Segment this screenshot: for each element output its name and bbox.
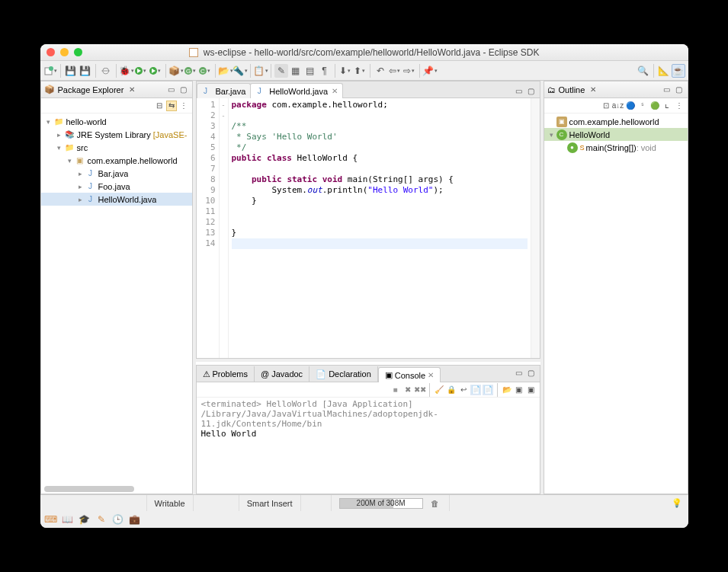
clear-console-button[interactable]: 🧹 — [434, 385, 444, 395]
outline-method[interactable]: ●Smain(String[]) : void — [544, 141, 688, 154]
close-window-button[interactable] — [47, 48, 55, 56]
maximize-bottom-icon[interactable]: ▢ — [526, 367, 537, 378]
overview-ruler[interactable] — [531, 98, 540, 358]
wand-icon[interactable]: ✎ — [95, 513, 107, 526]
tree-file-bar[interactable]: ▸JBar.java — [41, 167, 192, 180]
next-annotation-button[interactable]: ⬇ — [338, 64, 352, 78]
outline-package[interactable]: ▣com.example.helloworld — [544, 115, 688, 128]
open-type-button[interactable]: 📂 — [219, 64, 233, 78]
minimize-bottom-icon[interactable]: ▭ — [514, 367, 524, 378]
code-area[interactable]: package com.example.helloworld;/** * Say… — [229, 98, 531, 358]
outline-tree[interactable]: ▣com.example.helloworld ▾CHelloWorld ●Sm… — [544, 113, 688, 494]
hide-fields-icon[interactable]: 🔵 — [625, 101, 636, 111]
remove-all-launches-button[interactable]: ✖✖ — [415, 385, 425, 395]
word-wrap-button[interactable]: ↩ — [458, 385, 469, 395]
toggle-mark-occurrences-button[interactable]: ✎ — [274, 64, 288, 78]
tree-file-helloworld[interactable]: ▸JHelloWorld.java — [41, 193, 192, 206]
editor-tab-bar-java[interactable]: J Bar.java — [197, 83, 252, 98]
view-menu-icon[interactable]: ⋮ — [178, 101, 189, 111]
new-console-view-button[interactable]: ▣ — [526, 385, 537, 395]
toggle-block-selection-button[interactable]: ▦ — [289, 64, 303, 78]
show-console-on-out-button[interactable]: 📄 — [483, 385, 493, 395]
scroll-lock-button[interactable]: 🔒 — [446, 385, 457, 395]
tab-declaration[interactable]: 📄Declaration — [309, 366, 378, 382]
new-java-project-button[interactable]: 📦 — [169, 64, 183, 78]
show-key-bindings-icon[interactable]: ⌨ — [45, 513, 57, 526]
outline-class[interactable]: ▾CHelloWorld — [544, 128, 688, 141]
minimize-window-button[interactable] — [60, 48, 69, 56]
hide-local-types-icon[interactable]: ʟ — [662, 101, 672, 111]
pin-editor-button[interactable]: 📌 — [423, 64, 437, 78]
console-output[interactable]: <terminated> HelloWorld [Java Applicatio… — [197, 398, 540, 494]
editor-tab-helloworld[interactable]: J HelloWorld.java ✕ — [250, 83, 343, 98]
quick-access-button[interactable]: 🔍 — [637, 64, 650, 78]
sort-icon[interactable]: a↓z — [613, 101, 624, 111]
minimize-editor-icon[interactable]: ▭ — [514, 85, 524, 96]
tab-console[interactable]: ▣Console ✕ — [378, 367, 441, 382]
tree-jre[interactable]: ▸📚JRE System Library [JavaSE- — [41, 128, 192, 141]
back-button[interactable]: ⇦ — [388, 64, 402, 78]
toggle-word-wrap-button[interactable]: ¶ — [318, 64, 332, 78]
close-tab-icon[interactable]: ✕ — [588, 85, 598, 95]
forward-button[interactable]: ⇨ — [402, 64, 416, 78]
tab-problems[interactable]: ⚠Problems — [197, 366, 255, 382]
run-button[interactable] — [134, 64, 148, 78]
graduation-icon[interactable]: 🎓 — [79, 513, 91, 526]
hide-non-public-icon[interactable]: 🟢 — [649, 101, 660, 111]
maximize-view-icon[interactable]: ▢ — [674, 85, 685, 95]
collapse-all-icon[interactable]: ⊟ — [154, 101, 165, 111]
tree-file-foo[interactable]: ▸JFoo.java — [41, 180, 192, 193]
package-explorer-title: Package Explorer — [58, 85, 124, 94]
clock-icon[interactable]: 🕒 — [112, 513, 124, 526]
show-whitespace-button[interactable]: ▤ — [303, 64, 317, 78]
skip-breakpoints-button[interactable]: ⦵ — [99, 64, 113, 78]
editor-body[interactable]: 1234567891011121314 -- package com.examp… — [197, 98, 540, 358]
tip-of-day-icon[interactable]: 💡 — [672, 498, 682, 508]
tutorials-icon[interactable]: 📖 — [62, 513, 74, 526]
java-perspective-button[interactable]: ☕ — [672, 64, 685, 78]
tab-javadoc[interactable]: @Javadoc — [255, 366, 309, 382]
tree-src[interactable]: ▾📁src — [41, 141, 192, 154]
pin-console-button[interactable]: 📄 — [470, 385, 481, 395]
minimize-view-icon[interactable]: ▭ — [166, 85, 177, 95]
zoom-window-button[interactable] — [74, 48, 82, 56]
link-with-editor-icon[interactable]: ⇆ — [166, 101, 177, 111]
package-explorer-header: 📦 Package Explorer ✕ ▭ ▢ — [41, 81, 192, 98]
new-java-package-button[interactable]: G — [184, 64, 197, 78]
run-gc-button[interactable]: 🗑 — [429, 497, 441, 510]
tree-project[interactable]: ▾📁hello-world — [41, 115, 192, 128]
close-tab-icon[interactable]: ✕ — [428, 371, 434, 379]
search-button[interactable]: 🔦 — [233, 64, 247, 78]
remove-launch-button[interactable]: ✖ — [402, 385, 413, 395]
project-tree[interactable]: ▾📁hello-world ▸📚JRE System Library [Java… — [41, 113, 192, 484]
tree-package[interactable]: ▾▣com.example.helloworld — [41, 154, 192, 167]
view-menu-icon[interactable]: ⋮ — [674, 101, 685, 111]
save-button[interactable]: 💾 — [64, 64, 78, 78]
maximize-view-icon[interactable]: ▢ — [178, 85, 189, 95]
close-tab-icon[interactable]: ✕ — [332, 87, 338, 95]
last-edit-location-button[interactable]: ↶ — [374, 64, 387, 78]
fold-gutter[interactable]: -- — [220, 98, 229, 358]
close-tab-icon[interactable]: ✕ — [127, 85, 137, 95]
new-java-class-button[interactable]: C — [198, 64, 212, 78]
new-button[interactable] — [43, 64, 57, 78]
window-controls — [47, 48, 82, 56]
focus-on-active-task-icon[interactable]: ⊡ — [601, 101, 611, 111]
open-console-button[interactable]: 📂 — [502, 385, 512, 395]
heap-status[interactable]: 200M of 308M 🗑 — [332, 495, 450, 511]
minimize-view-icon[interactable]: ▭ — [662, 85, 672, 95]
horizontal-scrollbar[interactable] — [44, 486, 135, 492]
hide-static-icon[interactable]: ˢ — [637, 101, 648, 111]
debug-button[interactable]: 🐞 — [120, 64, 133, 78]
sash-bottom[interactable] — [196, 359, 540, 362]
previous-annotation-button[interactable]: ⬆ — [353, 64, 367, 78]
open-task-button[interactable]: 📋 — [254, 64, 268, 78]
briefcase-icon[interactable]: 💼 — [129, 513, 141, 526]
save-all-button[interactable]: 💾 — [79, 64, 92, 78]
outline-toolbar: ⊡ a↓z 🔵 ˢ 🟢 ʟ ⋮ — [544, 98, 688, 113]
coverage-button[interactable] — [149, 64, 162, 78]
open-perspective-button[interactable]: 📐 — [657, 64, 671, 78]
maximize-editor-icon[interactable]: ▢ — [526, 85, 537, 96]
display-selected-console-button[interactable]: ▣ — [514, 385, 524, 395]
terminate-button[interactable]: ■ — [390, 385, 401, 395]
